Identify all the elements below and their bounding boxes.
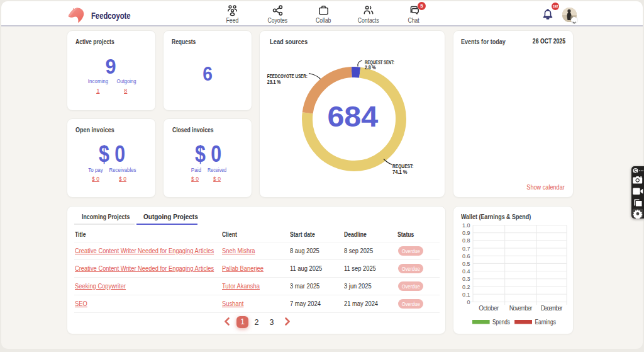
svg-text:Spends: Spends bbox=[492, 318, 510, 326]
svg-text:2.8 %: 2.8 % bbox=[365, 64, 376, 71]
svg-text:0: 0 bbox=[467, 299, 470, 305]
svg-text:0.5: 0.5 bbox=[462, 261, 470, 267]
svg-text:0.2: 0.2 bbox=[462, 284, 470, 290]
svg-text:0.7: 0.7 bbox=[462, 246, 470, 252]
svg-text:684: 684 bbox=[327, 99, 378, 133]
svg-text:0.6: 0.6 bbox=[462, 253, 470, 259]
svg-text:December: December bbox=[541, 305, 563, 312]
svg-text:74.1 %: 74.1 % bbox=[392, 169, 408, 175]
svg-text:November: November bbox=[509, 305, 533, 312]
svg-text:0.1: 0.1 bbox=[462, 292, 470, 298]
svg-text:0.3: 0.3 bbox=[462, 276, 470, 282]
svg-text:1.0: 1.0 bbox=[462, 222, 470, 229]
svg-text:0.4: 0.4 bbox=[462, 268, 470, 275]
svg-text:October: October bbox=[479, 305, 499, 312]
svg-text:23.1 %: 23.1 % bbox=[267, 79, 281, 85]
svg-text:Earnings: Earnings bbox=[535, 318, 556, 326]
svg-text:0.9: 0.9 bbox=[462, 230, 470, 236]
svg-text:0.8: 0.8 bbox=[462, 237, 470, 244]
